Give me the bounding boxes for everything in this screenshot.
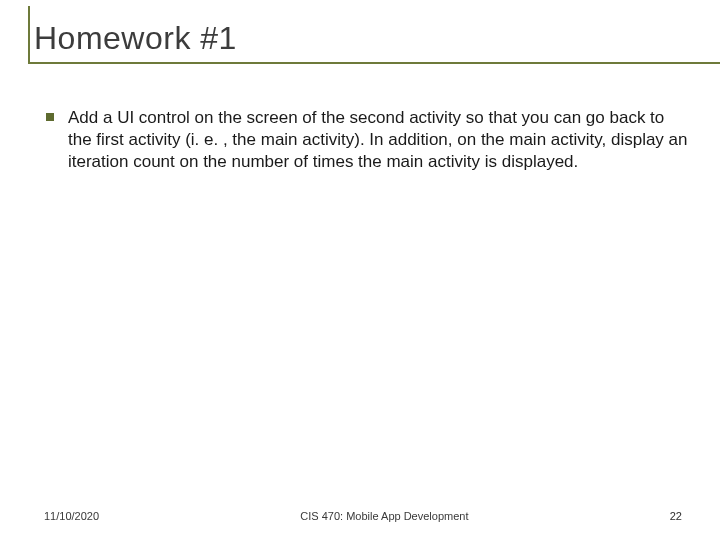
footer-date: 11/10/2020 [44, 510, 99, 522]
square-bullet-icon [46, 113, 54, 121]
bullet-text: Add a UI control on the screen of the se… [68, 107, 688, 172]
title-rule-horizontal [28, 62, 720, 64]
title-block: Homework #1 [34, 20, 692, 65]
footer-course-title: CIS 470: Mobile App Development [99, 510, 670, 522]
slide-title: Homework #1 [34, 20, 692, 65]
slide-footer: 11/10/2020 CIS 470: Mobile App Developme… [0, 510, 720, 522]
slide-container: Homework #1 Add a UI control on the scre… [0, 0, 720, 540]
footer-page-number: 22 [670, 510, 682, 522]
bullet-item: Add a UI control on the screen of the se… [46, 107, 692, 172]
title-rule-vertical [28, 6, 30, 62]
slide-body: Add a UI control on the screen of the se… [28, 107, 692, 172]
